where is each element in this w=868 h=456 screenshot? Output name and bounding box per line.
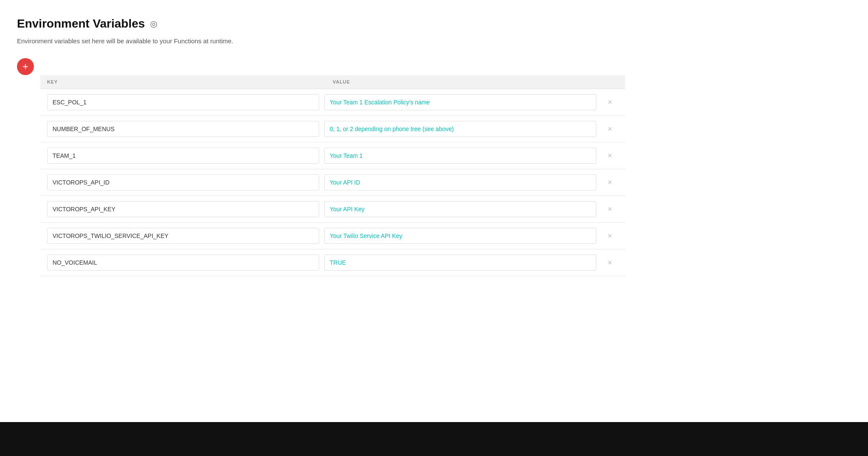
table-body: ××××××× [40, 89, 625, 276]
key-input[interactable] [47, 201, 319, 217]
table-header: KEY VALUE [40, 75, 625, 89]
delete-row-button[interactable]: × [601, 150, 618, 161]
bottom-bar [0, 422, 868, 456]
table-row: × [40, 89, 625, 116]
add-variable-button[interactable]: + [17, 58, 34, 75]
key-input[interactable] [47, 94, 319, 110]
eye-icon: ◎ [150, 19, 157, 29]
col-value-header: VALUE [333, 79, 618, 84]
delete-row-button[interactable]: × [601, 230, 618, 241]
value-input[interactable] [324, 255, 596, 271]
value-input[interactable] [324, 174, 596, 190]
table-row: × [40, 169, 625, 196]
delete-row-button[interactable]: × [601, 97, 618, 108]
key-input[interactable] [47, 228, 319, 244]
delete-row-button[interactable]: × [601, 204, 618, 215]
col-key-header: KEY [47, 79, 333, 84]
subtitle: Environment variables set here will be a… [17, 37, 843, 45]
key-input[interactable] [47, 174, 319, 190]
value-input[interactable] [324, 228, 596, 244]
value-input[interactable] [324, 121, 596, 137]
key-input[interactable] [47, 255, 319, 271]
table-row: × [40, 116, 625, 143]
env-vars-table: KEY VALUE ××××××× [40, 75, 625, 276]
key-input[interactable] [47, 121, 319, 137]
delete-row-button[interactable]: × [601, 177, 618, 188]
table-row: × [40, 249, 625, 276]
value-input[interactable] [324, 201, 596, 217]
page-container: Environment Variables ◎ Environment vari… [0, 0, 868, 456]
key-input[interactable] [47, 148, 319, 164]
table-row: × [40, 143, 625, 169]
add-button-row: + [17, 58, 843, 75]
page-title: Environment Variables [17, 17, 145, 31]
table-row: × [40, 223, 625, 249]
delete-row-button[interactable]: × [601, 257, 618, 268]
value-input[interactable] [324, 148, 596, 164]
title-row: Environment Variables ◎ [17, 17, 843, 31]
table-row: × [40, 196, 625, 223]
delete-row-button[interactable]: × [601, 123, 618, 134]
value-input[interactable] [324, 94, 596, 110]
